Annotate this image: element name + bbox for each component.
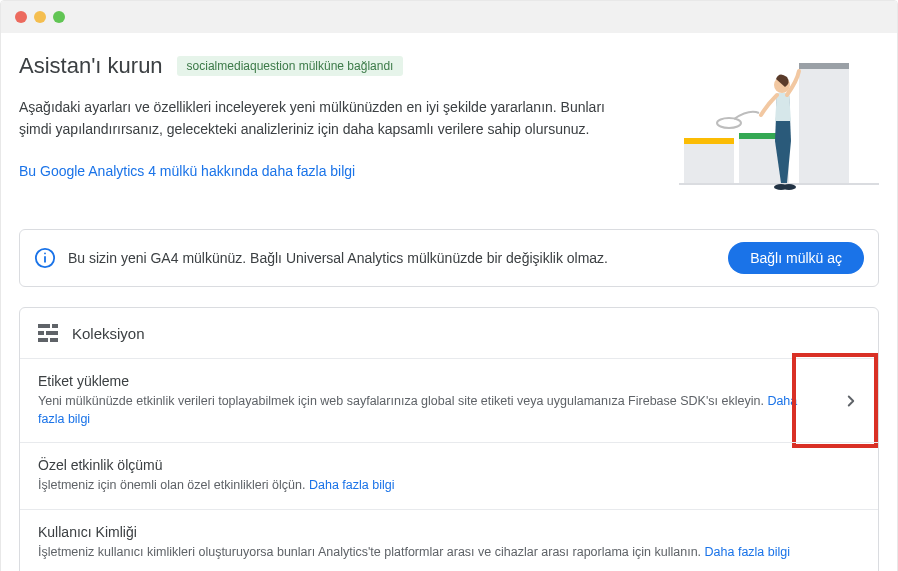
svg-point-13 <box>44 253 46 255</box>
item-title: Etiket yükleme <box>38 373 820 389</box>
svg-rect-17 <box>46 331 58 335</box>
info-alert: Bu sizin yeni GA4 mülkünüz. Bağlı Univer… <box>19 229 879 287</box>
header-left: Asistan'ı kurun socialmediaquestion mülk… <box>19 53 659 203</box>
chevron-right-icon <box>842 392 860 410</box>
alert-text: Bu sizin yeni GA4 mülkünüz. Bağlı Univer… <box>68 250 716 266</box>
info-icon <box>34 247 56 269</box>
property-chip: socialmediaquestion mülküne bağlandı <box>177 56 404 76</box>
list-item[interactable]: Özel etkinlik ölçümüİşletmeniz için önem… <box>20 442 878 509</box>
svg-rect-18 <box>38 338 48 342</box>
item-title: Kullanıcı Kimliği <box>38 524 820 540</box>
maximize-window-icon[interactable] <box>53 11 65 23</box>
svg-rect-5 <box>684 138 734 144</box>
svg-rect-14 <box>38 324 50 328</box>
collection-icon <box>38 324 58 342</box>
page-title: Asistan'ı kurun <box>19 53 163 79</box>
svg-point-8 <box>717 118 741 128</box>
svg-rect-0 <box>799 63 849 183</box>
intro-text: Aşağıdaki ayarları ve özellikleri incele… <box>19 97 619 140</box>
card-header: Koleksiyon <box>20 308 878 358</box>
svg-rect-1 <box>799 63 849 69</box>
close-window-icon[interactable] <box>15 11 27 23</box>
hero-illustration <box>679 53 879 203</box>
learn-more-link[interactable]: Daha fazla bilgi <box>705 545 790 559</box>
item-title: Özel etkinlik ölçümü <box>38 457 820 473</box>
item-desc: İşletmeniz kullanıcı kimlikleri oluşturu… <box>38 544 820 562</box>
open-linked-property-button[interactable]: Bağlı mülkü aç <box>728 242 864 274</box>
learn-more-link[interactable]: Bu Google Analytics 4 mülkü hakkında dah… <box>19 163 355 179</box>
svg-rect-16 <box>38 331 44 335</box>
svg-rect-19 <box>50 338 58 342</box>
learn-more-link[interactable]: Daha fazla bilgi <box>309 478 394 492</box>
svg-rect-15 <box>52 324 58 328</box>
learn-more-link[interactable]: Daha fazla bilgi <box>38 394 797 426</box>
minimize-window-icon[interactable] <box>34 11 46 23</box>
card-title: Koleksiyon <box>72 325 145 342</box>
svg-rect-4 <box>684 138 734 183</box>
item-desc: İşletmeniz için önemli olan özel etkinli… <box>38 477 820 495</box>
list-item[interactable]: Etiket yüklemeYeni mülkünüzde etkinlik v… <box>20 358 878 442</box>
collection-card: Koleksiyon Etiket yüklemeYeni mülkünüzde… <box>19 307 879 571</box>
content: Asistan'ı kurun socialmediaquestion mülk… <box>1 33 897 571</box>
titlebar <box>1 1 897 33</box>
item-desc: Yeni mülkünüzde etkinlik verileri toplay… <box>38 393 820 428</box>
list-item[interactable]: Kullanıcı Kimliğiİşletmeniz kullanıcı ki… <box>20 509 878 572</box>
app-window: Asistan'ı kurun socialmediaquestion mülk… <box>0 0 898 571</box>
header: Asistan'ı kurun socialmediaquestion mülk… <box>19 53 879 203</box>
svg-point-10 <box>782 184 796 190</box>
